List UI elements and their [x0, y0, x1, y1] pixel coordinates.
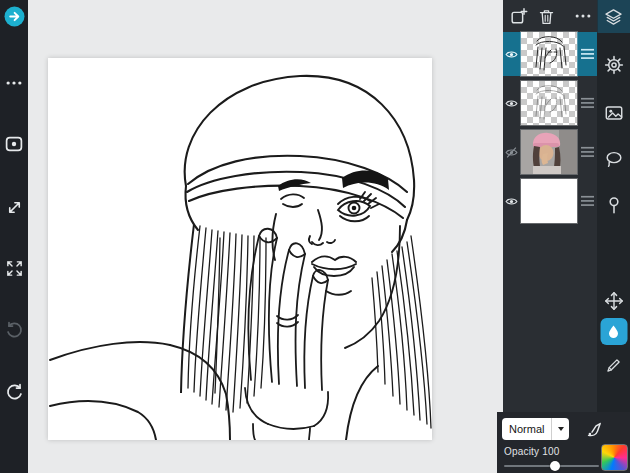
ink-brush-icon: [584, 419, 604, 439]
layer-1-thumbnail[interactable]: [521, 32, 577, 76]
layer-options-button[interactable]: [573, 6, 593, 26]
drag-handle-icon: [581, 146, 594, 158]
drag-handle-icon: [581, 48, 594, 60]
camera-icon: [4, 134, 24, 154]
canvas-area: [28, 0, 503, 473]
opacity-value: 100: [542, 446, 559, 457]
layer-row-3[interactable]: [503, 130, 597, 174]
layer-row-2[interactable]: [503, 81, 597, 125]
settings-button[interactable]: [601, 52, 627, 78]
eye-icon: [505, 195, 518, 208]
undo-arrow-icon: [5, 382, 24, 401]
drag-handle-icon: [581, 97, 594, 109]
ellipsis-icon: [5, 74, 23, 92]
eye-icon: [505, 48, 518, 61]
send-button[interactable]: [3, 5, 25, 27]
lasso-icon: [604, 149, 624, 169]
layer-3-drag-handle[interactable]: [579, 130, 595, 174]
layer-3-visibility-toggle[interactable]: [503, 130, 519, 174]
reference-photo-thumbnail: [521, 130, 577, 174]
faint-sketch-thumbnail: [521, 81, 577, 125]
layer-4-visibility-toggle[interactable]: [503, 179, 519, 223]
fill-tool-button[interactable]: [600, 318, 627, 345]
delete-layer-button[interactable]: [536, 6, 556, 26]
layers-icon: [604, 7, 624, 27]
layers-panel: [503, 0, 597, 412]
brush-icon: [604, 356, 623, 375]
blend-opacity-panel: Normal Opacity 100: [497, 412, 630, 473]
paint-drop-icon: [605, 323, 623, 341]
layer-4-drag-handle[interactable]: [579, 179, 595, 223]
gear-icon: [604, 55, 624, 75]
layer-row-1[interactable]: [503, 32, 597, 76]
more-options-button[interactable]: [3, 72, 25, 94]
diagonal-resize-icon: [5, 198, 24, 217]
blend-mode-dropdown[interactable]: Normal: [502, 418, 569, 440]
opacity-slider[interactable]: [504, 460, 599, 472]
sketch-thumbnail: [521, 32, 577, 76]
layer-4-thumbnail[interactable]: [521, 179, 577, 223]
layers-panel-button[interactable]: [597, 0, 630, 33]
pin-icon: [604, 195, 624, 215]
image-tool-button[interactable]: [601, 100, 627, 126]
layer-2-drag-handle[interactable]: [579, 81, 595, 125]
opacity-label: Opacity 100: [504, 446, 560, 457]
eye-off-icon: [505, 146, 518, 159]
dropdown-arrow-icon: [552, 427, 569, 431]
move-icon: [604, 291, 624, 311]
ellipsis-icon: [574, 7, 592, 25]
eye-icon: [505, 97, 518, 110]
layer-2-thumbnail[interactable]: [521, 81, 577, 125]
drawing-app-window: Normal Opacity 100: [0, 0, 630, 473]
lasso-tool-button[interactable]: [601, 146, 627, 172]
left-toolbar: [0, 0, 28, 473]
sketch-drawing: [48, 58, 432, 440]
drawing-canvas[interactable]: [48, 58, 432, 440]
add-layer-icon: [509, 6, 529, 26]
brush-tool-button[interactable]: [601, 352, 627, 378]
drag-handle-icon: [581, 195, 594, 207]
trash-icon: [537, 7, 556, 26]
layer-2-visibility-toggle[interactable]: [503, 81, 519, 125]
redo-button[interactable]: [3, 318, 25, 340]
pin-tool-button[interactable]: [601, 192, 627, 218]
layer-row-4[interactable]: [503, 179, 597, 223]
redo-arrow-icon: [5, 320, 24, 339]
undo-button[interactable]: [3, 380, 25, 402]
send-arrow-icon: [4, 6, 25, 27]
layer-1-drag-handle[interactable]: [579, 32, 595, 76]
fullscreen-button[interactable]: [3, 257, 25, 279]
brush-settings-button[interactable]: [583, 418, 605, 440]
right-toolbar: [597, 0, 630, 473]
layer-3-thumbnail[interactable]: [521, 130, 577, 174]
expand-icon: [5, 259, 24, 278]
opacity-text: Opacity: [504, 446, 539, 457]
image-icon: [604, 103, 624, 123]
resize-button[interactable]: [3, 196, 25, 218]
layer-1-visibility-toggle[interactable]: [503, 32, 519, 76]
camera-button[interactable]: [3, 133, 25, 155]
move-tool-button[interactable]: [601, 288, 627, 314]
color-picker-swatch[interactable]: [602, 445, 627, 470]
add-layer-button[interactable]: [509, 6, 529, 26]
blend-mode-label: Normal: [502, 418, 551, 440]
slider-knob[interactable]: [550, 461, 560, 471]
